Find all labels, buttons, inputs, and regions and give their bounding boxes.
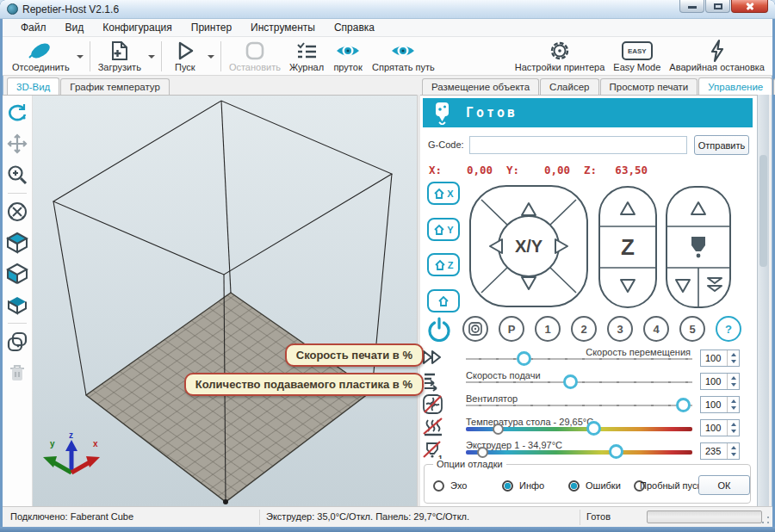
start-button[interactable]: Пуск [165,39,205,74]
flow-rate-thumb[interactable] [563,374,578,389]
axis-x-label: x [93,439,98,448]
send-gcode-button[interactable]: Отправить [694,135,749,155]
copy-objects-button[interactable] [4,328,30,356]
bed-temp-value[interactable]: 100 [701,420,727,436]
stop-icon [244,40,266,62]
xy-jog-pad[interactable]: X/Y [468,183,589,309]
title-bar[interactable]: Repetier-Host V2.1.6 [0,0,775,19]
park-button[interactable]: P [499,316,524,342]
hide-path-button[interactable]: Спрятать путь [368,39,439,74]
filament-toggle-button[interactable]: пруток [328,39,368,74]
info-checkbox[interactable] [502,480,513,492]
travel-speed-spinner[interactable]: 100 [700,350,740,367]
spinner-arrows[interactable] [727,397,739,412]
spinner-arrows[interactable] [727,350,739,366]
flow-rate-track[interactable] [466,381,692,383]
status-bar: Подключено: Faberant Cube Экструдер: 35,… [3,506,772,527]
macro-3-button[interactable]: 3 [607,316,633,342]
macro-4-button[interactable]: 4 [643,316,669,342]
move-view-button[interactable] [4,130,30,158]
power-button[interactable] [425,315,453,343]
menu-printer[interactable]: Принтер [182,20,241,35]
travel-speed-value[interactable]: 100 [701,350,727,366]
travel-speed-track[interactable] [466,358,692,360]
extruder-temp-spinner[interactable]: 235 [700,442,740,460]
bed-temp-thumb[interactable] [586,421,601,436]
echo-label: Эхо [450,480,467,491]
spinner-arrows[interactable] [727,374,739,389]
resize-grip-icon[interactable] [760,515,771,525]
home-x-button[interactable]: X [427,182,460,205]
rotate-view-button[interactable] [4,99,30,127]
vertical-scrollbar[interactable] [757,95,769,506]
spinner-arrows[interactable] [727,443,739,459]
tab-manual-control[interactable]: Управление [698,77,772,95]
tab-object-placement[interactable]: Размещение объекта [422,78,539,95]
home-z-button[interactable]: Z [427,253,460,276]
macro-1-button[interactable]: 1 [535,316,561,342]
macro-5-button[interactable]: 5 [679,316,705,342]
flow-rate-slider-row: Скорость подачи 100 [420,370,757,393]
fan-track[interactable] [466,405,692,406]
easy-mode-button[interactable]: EASY Easy Mode [609,39,665,74]
extruder-temp-thumb[interactable] [609,444,623,459]
home-icon [437,295,450,307]
front-view-button[interactable] [4,260,30,288]
ok-button[interactable]: ОК [698,475,750,495]
stop-button: Остановить [225,39,285,74]
extruder-temp-track[interactable] [466,450,692,455]
extruder-jog-pad[interactable] [665,185,732,309]
tab-print-preview[interactable]: Просмотр печати [600,78,698,95]
menu-help[interactable]: Справка [325,20,384,35]
load-button[interactable]: Загрузить [94,39,146,74]
macro-2-button[interactable]: 2 [571,316,597,342]
disconnect-label: Отсоединить [12,62,70,73]
bed-temp-spinner[interactable]: 100 [700,419,740,436]
emergency-stop-button[interactable]: Аварийная остановка [665,39,769,74]
fit-view-button[interactable] [4,198,30,226]
errors-checkbox[interactable] [568,480,580,492]
menu-tools[interactable]: Инструменты [241,20,325,35]
minimize-button[interactable] [679,0,704,13]
load-dropdown[interactable] [146,39,158,74]
start-dropdown[interactable] [205,39,217,74]
isometric-view-button[interactable] [4,229,30,257]
z-jog-pad[interactable]: Z [598,185,658,309]
motor-off-button[interactable] [462,316,488,342]
gcode-input[interactable] [469,136,687,154]
menu-file[interactable]: Файл [11,20,56,35]
slider-label: Скорость перемещения [586,347,691,357]
top-view-button[interactable] [4,291,30,319]
gcode-label: G-Code: [428,139,464,150]
tab-slicer[interactable]: Слайсер [540,78,598,95]
menu-config[interactable]: Конфигурация [93,20,182,35]
scrollbar-thumb[interactable] [760,155,767,267]
heated-bed-off-icon [422,417,444,439]
zoom-view-button[interactable] [4,161,30,189]
disconnect-button[interactable]: Отсоединить [8,39,74,74]
home-y-button[interactable]: Y [427,218,460,241]
easy-mode-label: Easy Mode [613,62,660,73]
echo-checkbox[interactable] [433,480,444,492]
tab-3d-view[interactable]: 3D-Вид [7,77,59,95]
flow-rate-value[interactable]: 100 [701,374,727,389]
home-all-button[interactable] [427,289,460,312]
log-button[interactable]: Журнал [285,39,328,74]
3d-viewport[interactable]: y z x Скорость печати в % Количество под… [33,96,419,507]
printer-settings-button[interactable]: Настройки принтера [511,39,610,74]
fan-thumb[interactable] [676,398,691,412]
close-button[interactable] [731,0,768,13]
tab-temperature-graph[interactable]: График температур [60,78,170,95]
spinner-arrows[interactable] [727,420,739,436]
travel-speed-thumb[interactable] [517,351,531,366]
fan-spinner[interactable]: 100 [700,396,740,413]
maximize-button[interactable] [705,0,730,13]
flow-rate-spinner[interactable]: 100 [700,373,740,390]
extruder-temp-value[interactable]: 235 [701,443,727,459]
statusbar-separator [259,510,260,525]
extruder-temp-current-marker [477,447,488,458]
help-button[interactable]: ? [716,316,741,342]
menu-view[interactable]: Вид [56,20,94,35]
fan-value[interactable]: 100 [701,397,727,412]
disconnect-dropdown[interactable] [74,39,86,74]
